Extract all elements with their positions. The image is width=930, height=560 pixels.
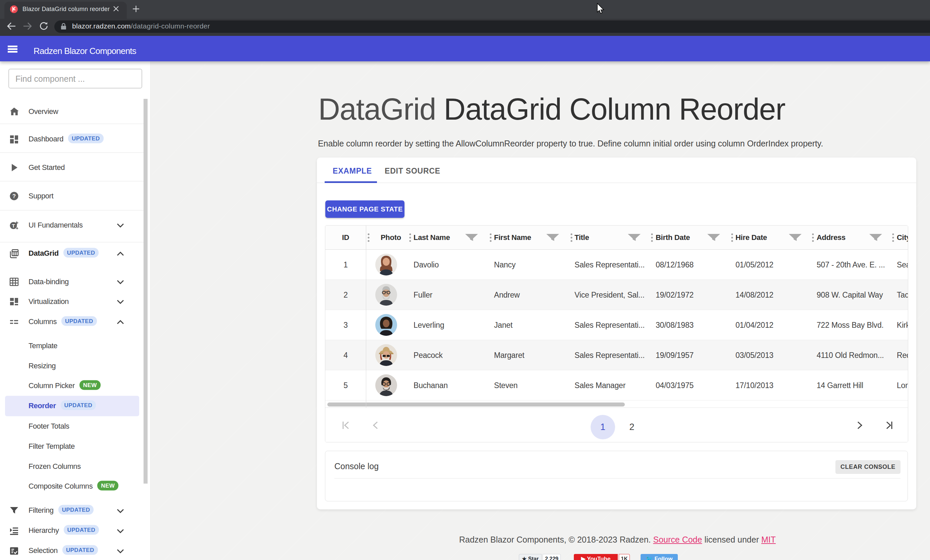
- svg-text:T: T: [12, 223, 15, 229]
- svg-text:?: ?: [12, 193, 16, 199]
